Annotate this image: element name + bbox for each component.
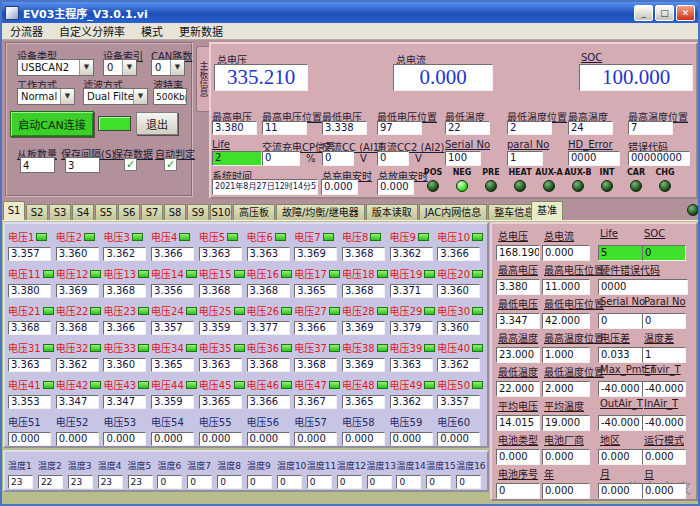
ref-value: 22.000 xyxy=(496,381,540,397)
tab-S2[interactable]: S2 xyxy=(26,204,48,220)
tab-JAC内网信息[interactable]: JAC内网信息 xyxy=(419,204,487,220)
voltage-label: 电压32 xyxy=(56,343,89,354)
tab-content: 电压13.357电压23.360电压33.362电压43.366电压53.363… xyxy=(2,220,698,504)
ref-label: OutAir_T xyxy=(600,398,643,409)
stat-value: 97 xyxy=(377,121,422,135)
tab-S3[interactable]: S3 xyxy=(49,204,71,220)
ref-value: 0 xyxy=(642,245,686,261)
voltage-label: 电压14 xyxy=(151,269,184,280)
voltage-value: 3.357 xyxy=(437,395,480,409)
voltage-cell: 电压93.362 xyxy=(390,226,438,263)
chevron-down-icon[interactable] xyxy=(60,89,74,104)
voltage-value: 3.368 xyxy=(294,358,337,372)
start-can-button[interactable]: 启动CAN连接 xyxy=(10,111,94,137)
voltage-led xyxy=(377,344,388,352)
voltage-label: 电压9 xyxy=(390,232,416,243)
voltage-value: 3.368 xyxy=(247,284,290,298)
temperature-value: 0 xyxy=(187,475,212,489)
temperature-cell: 温度140 xyxy=(396,454,426,490)
baud-rate-input[interactable]: 500Kbps xyxy=(153,88,187,105)
voltage-value: 3.360 xyxy=(56,247,99,261)
ref-value: 0.000 xyxy=(598,483,644,499)
tab-版本读取[interactable]: 版本读取 xyxy=(366,204,418,220)
menu-item-分流器[interactable]: 分流器 xyxy=(2,22,51,40)
voltage-label: 电压47 xyxy=(294,380,327,391)
slave-count-input[interactable]: 4 xyxy=(20,157,55,173)
chevron-down-icon[interactable] xyxy=(170,60,184,75)
voltage-label: 电压59 xyxy=(390,417,423,428)
menu-item-更新数据[interactable]: 更新数据 xyxy=(171,22,231,40)
voltage-label: 电压5 xyxy=(199,232,225,243)
voltage-label: 电压2 xyxy=(56,232,82,243)
temperature-label: 温度15 xyxy=(426,461,455,471)
voltage-value: 3.371 xyxy=(390,284,433,298)
tab-S10[interactable]: S10 xyxy=(210,204,232,220)
tab-S7[interactable]: S7 xyxy=(141,204,163,220)
menu-item-自定义分辨率[interactable]: 自定义分辨率 xyxy=(51,22,133,40)
voltage-value: 3.363 xyxy=(390,358,433,372)
tab-高压板[interactable]: 高压板 xyxy=(233,204,275,220)
work-mode-select[interactable]: Normal xyxy=(17,88,75,105)
can-channel-select[interactable]: 0 xyxy=(151,59,185,76)
voltage-label: 电压10 xyxy=(437,232,470,243)
tab-S8[interactable]: S8 xyxy=(164,204,186,220)
voltage-led xyxy=(377,307,388,315)
ref-label: 平均温度 xyxy=(544,398,584,413)
voltage-cell: 电压383.369 xyxy=(342,337,390,374)
tab-reference[interactable]: 基准 xyxy=(531,201,563,220)
device-type-select[interactable]: USBCAN2 xyxy=(17,59,94,76)
relay-label-PRE: PRE xyxy=(482,168,500,177)
temperature-value: 0 xyxy=(426,475,451,489)
voltage-value: 3.357 xyxy=(8,247,51,261)
relay-label-INT: INT xyxy=(599,168,614,177)
voltage-led xyxy=(281,270,292,278)
chevron-down-icon[interactable] xyxy=(133,89,147,104)
ref-value: 3.380 xyxy=(496,279,540,295)
status-value: 0 xyxy=(322,151,354,166)
ref-value: -40.000 xyxy=(598,415,644,431)
exit-button[interactable]: 退出 xyxy=(136,112,178,135)
device-index-select[interactable]: 0 xyxy=(103,59,137,76)
voltage-value: 3.356 xyxy=(151,284,194,298)
menu-item-模式[interactable]: 模式 xyxy=(133,22,171,40)
save-interval-input[interactable]: 3 xyxy=(65,157,100,173)
temperature-label: 温度3 xyxy=(68,461,92,471)
voltage-value: 3.347 xyxy=(56,395,99,409)
voltage-value: 3.365 xyxy=(294,284,337,298)
tab-S1[interactable]: S1 xyxy=(3,201,25,220)
filter-mode-select[interactable]: Dual Filter xyxy=(83,88,148,105)
temperature-label: 温度7 xyxy=(187,461,211,471)
relay-label-NEG: NEG xyxy=(453,168,472,177)
tab-故障/均衡/继电器[interactable]: 故障/均衡/继电器 xyxy=(276,204,365,220)
chevron-down-icon[interactable] xyxy=(79,60,93,75)
temperature-cell: 温度90 xyxy=(247,454,277,490)
tab-S4[interactable]: S4 xyxy=(72,204,94,220)
relay-led-AUX-A xyxy=(543,180,555,192)
maximize-button[interactable]: □ xyxy=(655,5,674,21)
save-data-checkbox[interactable] xyxy=(124,158,137,171)
voltage-label: 电压37 xyxy=(294,343,327,354)
titlebar[interactable]: EV03主程序_V3.0.1.vi _ □ ✕ xyxy=(2,2,698,23)
voltage-led xyxy=(138,307,149,315)
minimize-button[interactable]: _ xyxy=(634,5,653,21)
ref-value: 168.190 xyxy=(496,245,540,261)
close-button[interactable]: ✕ xyxy=(676,5,695,21)
voltage-cell: 电压293.379 xyxy=(390,300,438,337)
voltage-led xyxy=(43,344,54,352)
voltage-value: 3.368 xyxy=(199,284,242,298)
tab-S5[interactable]: S5 xyxy=(95,204,117,220)
tab-S6[interactable]: S6 xyxy=(118,204,140,220)
voltage-label: 电压57 xyxy=(294,417,327,428)
voltage-label: 电压56 xyxy=(247,417,280,428)
voltage-label: 电压18 xyxy=(342,269,375,280)
voltage-value: 3.362 xyxy=(103,247,146,261)
voltage-led xyxy=(90,344,101,352)
chevron-down-icon[interactable] xyxy=(122,60,136,75)
auto-judge-checkbox[interactable] xyxy=(164,158,177,171)
voltage-led xyxy=(138,344,149,352)
voltage-label: 电压50 xyxy=(437,380,470,391)
left-tab-group: S1S2S3S4S5S6S7S8S9S10高压板故障/均衡/继电器版本读取JAC… xyxy=(3,201,541,220)
voltage-value: 3.360 xyxy=(437,284,480,298)
tab-S9[interactable]: S9 xyxy=(187,204,209,220)
voltage-cell: 电压43.366 xyxy=(151,226,199,263)
